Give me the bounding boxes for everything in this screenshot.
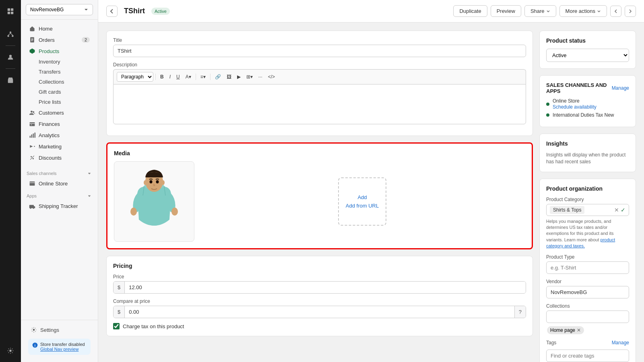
category-clear-icon[interactable]: ✕ xyxy=(614,207,619,213)
channel-dot-online-store xyxy=(546,103,549,106)
sidebar-item-analytics[interactable]: Analytics xyxy=(23,130,95,141)
channel-name-intl-duties: International Duties Tax New xyxy=(553,112,614,118)
video-button[interactable]: ▶ xyxy=(235,73,243,81)
price-label: Price xyxy=(113,274,526,280)
compare-price-input[interactable] xyxy=(125,306,514,318)
sidebar-item-home[interactable]: Home xyxy=(23,23,95,34)
customers-label: Customers xyxy=(39,110,64,116)
add-media-zone[interactable]: Add Add from URL xyxy=(338,177,386,226)
store-select[interactable]: NovRemoveBG xyxy=(26,4,93,15)
italic-button[interactable]: I xyxy=(167,73,173,81)
sidebar-item-collections[interactable]: Collections xyxy=(23,77,95,87)
compare-price-wrap: $ ? xyxy=(113,306,526,318)
media-item-tshirt[interactable] xyxy=(114,161,194,242)
store-transfer-text: Store transfer disabled xyxy=(40,342,85,347)
image-button[interactable]: 🖼 xyxy=(224,73,234,81)
connection-icon[interactable] xyxy=(4,28,17,41)
underline-button[interactable]: U xyxy=(174,73,182,81)
price-input[interactable] xyxy=(125,282,526,293)
more-actions-button[interactable]: More actions xyxy=(559,5,607,17)
svg-point-28 xyxy=(33,158,34,159)
sidebar-item-marketing[interactable]: Marketing xyxy=(23,141,95,152)
svg-rect-3 xyxy=(11,12,13,14)
svg-rect-1 xyxy=(11,8,13,11)
tags-input[interactable] xyxy=(546,350,629,362)
description-editor[interactable] xyxy=(113,84,526,124)
svg-point-44 xyxy=(144,180,147,185)
sidebar-item-online-store[interactable]: Online Store xyxy=(23,178,95,189)
remove-home-page-tag[interactable]: ✕ xyxy=(577,327,581,333)
collection-tag-home-page: Home page ✕ xyxy=(547,326,584,334)
add-from-url-button[interactable]: Add from URL xyxy=(346,203,379,209)
sidebar-item-price-lists[interactable]: Price lists xyxy=(23,97,95,107)
main-content: TShirt Active Duplicate Preview Share Mo… xyxy=(98,0,644,362)
settings-sidebar-icon[interactable] xyxy=(4,344,17,357)
tags-header: Tags Manage xyxy=(546,340,629,346)
pricing-card: Pricing Price $ Compare at price $ ? xyxy=(106,256,533,336)
insights-card: Insights Insights will display when the … xyxy=(539,134,636,172)
sales-channels-manage-link[interactable]: Manage xyxy=(612,85,629,91)
sidebar-item-customers[interactable]: Customers xyxy=(23,107,95,118)
add-media-zone-wrap: Add Add from URL xyxy=(199,161,525,242)
category-input-wrap[interactable]: Shirts & Tops ✕ ✓ xyxy=(546,204,629,216)
align-button[interactable]: ≡▾ xyxy=(198,73,208,81)
vendor-input[interactable] xyxy=(546,286,629,298)
sidebar-item-shipping-tracker[interactable]: Shipping Tracker xyxy=(23,200,95,212)
title-input[interactable] xyxy=(113,45,526,57)
code-button[interactable]: </> xyxy=(266,73,277,81)
media-grid: Add Add from URL xyxy=(114,161,525,242)
status-badge: Active xyxy=(151,8,170,15)
grid-icon[interactable] xyxy=(4,5,17,18)
charge-tax-checkbox[interactable] xyxy=(113,323,120,329)
more-toolbar-button[interactable]: ··· xyxy=(256,73,265,81)
insights-title: Insights xyxy=(546,140,629,147)
product-type-group: Product Type xyxy=(546,254,629,274)
prev-product-button[interactable] xyxy=(610,6,621,17)
table-button[interactable]: ⊞▾ xyxy=(244,73,255,81)
preview-button[interactable]: Preview xyxy=(491,5,521,17)
svg-rect-25 xyxy=(35,133,35,138)
sidebar-item-inventory[interactable]: Inventory xyxy=(23,57,95,67)
tags-group: Tags Manage xyxy=(546,340,629,362)
add-media-button[interactable]: Add xyxy=(357,194,367,200)
bold-button[interactable]: B xyxy=(158,73,166,81)
vendor-group: Vendor xyxy=(546,279,629,298)
svg-point-46 xyxy=(130,208,137,216)
duplicate-button[interactable]: Duplicate xyxy=(453,5,487,17)
tags-label: Tags xyxy=(546,340,556,346)
sales-channels-label: Sales channels xyxy=(21,167,98,178)
category-check-icon[interactable]: ✓ xyxy=(621,207,625,213)
product-status-select[interactable]: Active xyxy=(546,49,629,62)
nav-main-section: Home Orders 2 Products Inventory Transfe… xyxy=(21,20,98,167)
svg-point-36 xyxy=(33,208,34,209)
compare-price-help-icon[interactable]: ? xyxy=(514,306,526,318)
svg-point-47 xyxy=(171,208,178,216)
shop-icon[interactable] xyxy=(4,74,17,86)
collections-input[interactable] xyxy=(546,311,629,323)
left-column: Title Description Paragraph B I U A▾ xyxy=(106,31,533,354)
sidebar-item-discounts[interactable]: Discounts xyxy=(23,152,95,163)
sidebar-item-orders[interactable]: Orders 2 xyxy=(23,34,95,45)
sidebar-item-products[interactable]: Products xyxy=(23,45,95,57)
svg-point-18 xyxy=(33,111,34,113)
back-button[interactable] xyxy=(106,6,118,17)
product-type-input[interactable] xyxy=(546,261,629,274)
sidebar-item-gift-cards[interactable]: Gift cards xyxy=(23,87,95,97)
sales-channels-header: SALES CHANNELS AND APPS Manage xyxy=(546,82,629,94)
store-name: NovRemoveBG xyxy=(30,7,64,12)
channel-item-intl-duties: International Duties Tax New xyxy=(546,112,629,118)
svg-rect-19 xyxy=(30,122,35,126)
global-nav-preview-link[interactable]: Global Nav preview xyxy=(40,347,78,352)
paragraph-select[interactable]: Paragraph xyxy=(117,72,153,82)
tags-manage-link[interactable]: Manage xyxy=(612,340,629,346)
sidebar-item-finances[interactable]: Finances xyxy=(23,118,95,130)
share-button[interactable]: Share xyxy=(524,5,556,17)
svg-point-11 xyxy=(9,350,11,352)
font-color-button[interactable]: A▾ xyxy=(183,73,194,81)
sidebar-item-transfers[interactable]: Transfers xyxy=(23,67,95,77)
schedule-availability-link[interactable]: Schedule availability xyxy=(553,104,597,110)
person-icon[interactable] xyxy=(4,51,17,64)
link-button[interactable]: 🔗 xyxy=(213,73,223,81)
next-product-button[interactable] xyxy=(625,6,636,17)
settings-nav-item[interactable]: Settings xyxy=(25,324,94,335)
